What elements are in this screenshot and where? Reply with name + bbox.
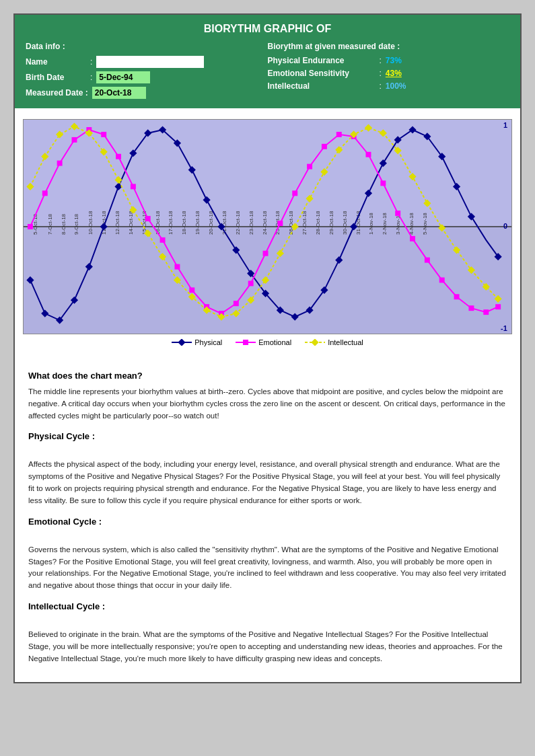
svg-rect-69	[42, 190, 48, 196]
chart-legend: Physical Emotional Intellectual	[23, 338, 512, 346]
legend-physical-label: Physical	[194, 338, 222, 346]
svg-rect-73	[101, 132, 106, 137]
legend-physical: Physical	[172, 338, 222, 346]
svg-rect-68	[28, 224, 33, 229]
svg-rect-84	[263, 251, 269, 256]
name-colon: :	[90, 57, 92, 67]
svg-text:12-Oct-18: 12-Oct-18	[114, 211, 120, 235]
content-area: What does the chart mean? The middle lin…	[15, 352, 520, 682]
svg-rect-86	[292, 190, 297, 196]
svg-text:0: 0	[503, 222, 507, 230]
measured-date-input[interactable]	[92, 87, 146, 99]
svg-text:1: 1	[503, 121, 507, 129]
legend-emotional-label: Emotional	[258, 338, 291, 346]
svg-text:27-Oct-18: 27-Oct-18	[301, 211, 308, 235]
legend-intellectual-label: Intellectual	[328, 338, 363, 346]
svg-rect-1	[24, 120, 511, 227]
svg-text:30-Oct-18: 30-Oct-18	[342, 211, 348, 235]
svg-rect-96	[439, 277, 445, 282]
physical-endurance-value: 73%	[386, 56, 402, 65]
svg-text:2-Nov-18: 2-Nov-18	[382, 213, 388, 235]
svg-text:7-Oct-18: 7-Oct-18	[47, 213, 53, 234]
svg-text:4-Nov-18: 4-Nov-18	[408, 213, 415, 235]
emotional-cycle-text: Governs the nervous system, which is als…	[28, 544, 507, 592]
svg-text:19-Oct-18: 19-Oct-18	[194, 211, 201, 235]
svg-text:14-Oct-18: 14-Oct-18	[128, 211, 134, 235]
chart-meaning-text: The middle line represents your biorhyth…	[28, 386, 507, 422]
intellectual-label: Intellectual	[268, 81, 376, 91]
intellectual-colon: :	[380, 81, 382, 91]
svg-rect-75	[131, 184, 136, 189]
name-label: Name	[26, 57, 86, 67]
intellectual-cycle-title: Intellectual Cycle :	[28, 601, 507, 611]
svg-text:8-Oct-18: 8-Oct-18	[61, 213, 67, 234]
emotional-colon: :	[380, 69, 382, 78]
svg-text:10-Oct-18: 10-Oct-18	[87, 211, 94, 235]
svg-rect-70	[57, 161, 63, 166]
svg-rect-74	[116, 154, 121, 159]
intellectual-cycle-text: Believed to originate in the brain. What…	[28, 629, 507, 665]
svg-text:17-Oct-18: 17-Oct-18	[168, 211, 174, 235]
svg-rect-79	[189, 287, 194, 293]
intellectual-value: 100%	[386, 81, 406, 91]
svg-rect-95	[425, 258, 430, 263]
svg-text:23-Oct-18: 23-Oct-18	[248, 211, 254, 235]
svg-text:9-Oct-18: 9-Oct-18	[73, 213, 79, 234]
svg-text:18-Oct-18: 18-Oct-18	[181, 211, 187, 235]
emotional-sensitivity-value: 43%	[386, 69, 402, 78]
svg-rect-88	[322, 144, 327, 149]
svg-rect-78	[174, 264, 180, 270]
emotional-cycle-title: Emotional Cycle :	[28, 517, 507, 527]
svg-rect-92	[380, 180, 386, 186]
birth-date-input[interactable]	[96, 71, 150, 83]
svg-rect-87	[307, 164, 312, 169]
svg-text:24-Oct-18: 24-Oct-18	[262, 211, 268, 235]
legend-emotional: Emotional	[236, 338, 291, 346]
measured-date-label: Measured Date :	[26, 88, 88, 98]
svg-rect-71	[72, 137, 77, 143]
svg-rect-83	[248, 280, 254, 286]
svg-rect-139	[311, 339, 318, 346]
physical-endurance-label: Physical Endurance	[268, 56, 376, 65]
biorythm-chart: 1 0 -1 5-Oct-18 7-Oct-18 8-Oct-18 9-Oct-…	[24, 120, 511, 334]
physical-cycle-text: Affects the physical aspect of the body,…	[28, 459, 507, 506]
chart-container: 1 0 -1 5-Oct-18 7-Oct-18 8-Oct-18 9-Oct-…	[23, 119, 512, 334]
svg-rect-76	[145, 216, 151, 221]
svg-text:26-Oct-18: 26-Oct-18	[288, 211, 294, 235]
physical-cycle-title: Physical Cycle :	[28, 431, 507, 441]
svg-rect-137	[243, 340, 248, 345]
svg-text:28-Oct-18: 28-Oct-18	[315, 211, 321, 235]
svg-rect-77	[160, 237, 166, 243]
svg-rect-91	[365, 152, 371, 157]
svg-text:5-Nov-18: 5-Nov-18	[422, 213, 428, 235]
main-page: BIORYTHM GRAPHIC OF Data info : Name : B…	[13, 13, 522, 683]
svg-rect-99	[483, 309, 489, 315]
svg-rect-135	[178, 339, 186, 346]
svg-rect-89	[336, 132, 342, 137]
name-input[interactable]	[96, 56, 204, 68]
data-info-label: Data info :	[26, 42, 268, 51]
birth-date-label: Birth Date	[26, 73, 86, 82]
svg-rect-100	[495, 304, 501, 309]
header-section: BIORYTHM GRAPHIC OF Data info : Name : B…	[15, 15, 520, 108]
emotional-sensitivity-label: Emotional Sensitivity	[268, 69, 376, 78]
svg-text:16-Oct-18: 16-Oct-18	[155, 211, 161, 235]
svg-rect-82	[234, 301, 239, 306]
svg-rect-94	[410, 236, 415, 241]
svg-rect-85	[277, 221, 283, 226]
svg-rect-97	[454, 294, 460, 299]
birth-date-colon: :	[90, 73, 92, 82]
svg-rect-98	[468, 305, 474, 311]
biorythm-at-label: Biorythm at given measured date :	[268, 42, 510, 51]
legend-intellectual: Intellectual	[305, 338, 363, 346]
chart-area: 1 0 -1 5-Oct-18 7-Oct-18 8-Oct-18 9-Oct-…	[15, 108, 520, 352]
svg-text:29-Oct-18: 29-Oct-18	[328, 211, 334, 235]
chart-meaning-title: What does the chart mean?	[28, 371, 507, 381]
svg-rect-93	[395, 211, 400, 216]
svg-text:20-Oct-18: 20-Oct-18	[208, 211, 214, 235]
page-title: BIORYTHM GRAPHIC OF	[26, 23, 509, 35]
svg-text:1-Nov-18: 1-Nov-18	[368, 213, 374, 235]
svg-text:22-Oct-18: 22-Oct-18	[235, 211, 241, 235]
physical-colon: :	[380, 56, 382, 65]
svg-text:-1: -1	[501, 324, 507, 332]
